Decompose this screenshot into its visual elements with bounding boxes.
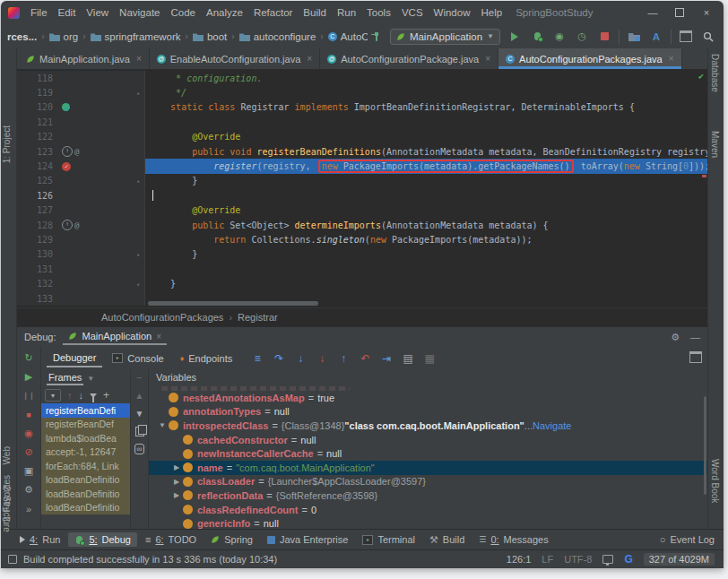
tab-debugger[interactable]: Debugger	[47, 350, 102, 367]
variables-scrollbar[interactable]	[704, 396, 706, 495]
add-icon[interactable]: +	[103, 389, 109, 402]
code-line[interactable]: 125▴ }	[17, 174, 707, 188]
code-line[interactable]: 124✓ register(registry, new PackageImpor…	[17, 159, 707, 173]
close-icon[interactable]: ×	[669, 54, 674, 64]
step-into-icon[interactable]: ↓	[294, 352, 307, 365]
menu-tools[interactable]: Tools	[362, 5, 395, 20]
profiler-button[interactable]: ◷	[574, 29, 590, 45]
variable-row[interactable]: classRedefinedCount=0	[149, 503, 707, 517]
open-project-button[interactable]	[626, 29, 642, 45]
layout-settings-icon[interactable]: ▦	[423, 352, 436, 365]
close-button[interactable]: ×	[695, 4, 718, 21]
fold-marker-icon[interactable]: ▴	[132, 281, 144, 288]
menu-code[interactable]: Code	[166, 5, 200, 20]
close-icon[interactable]: ×	[156, 332, 161, 341]
close-icon[interactable]: ×	[307, 54, 312, 64]
toolwindow-button-maven[interactable]: Maven	[710, 131, 720, 158]
variable-row[interactable]: nestedAnnotationsAsMap=true	[149, 391, 707, 405]
translate-button[interactable]: A	[648, 29, 664, 45]
editor-tab[interactable]: MainApplication.java×	[19, 48, 150, 69]
screen-reader-icon[interactable]	[602, 555, 613, 564]
variable-row[interactable]: ▼introspectedClass={Class@1348} "class c…	[149, 419, 707, 433]
settings-icon[interactable]: ⚙	[22, 483, 36, 497]
filter-frames-icon[interactable]	[90, 393, 97, 398]
thread-dump-icon[interactable]: ▣	[22, 464, 36, 478]
maximize-button[interactable]	[668, 4, 691, 21]
show-referring-objects-icon[interactable]: ∞	[133, 443, 146, 455]
tab-endpoints[interactable]: ♦Endpoints	[174, 350, 239, 367]
variable-row[interactable]: newInstanceCallerCache=null	[149, 446, 707, 461]
restore-layout-icon[interactable]	[689, 351, 702, 363]
breadcrumb-item[interactable]: CAutoConfigurationPackages	[325, 30, 368, 43]
show-execution-point-icon[interactable]: ≡	[251, 352, 264, 365]
fold-marker-icon[interactable]: ▴	[132, 177, 144, 185]
menu-edit[interactable]: Edit	[54, 5, 81, 20]
thread-combo[interactable]: ▼	[45, 389, 61, 402]
stack-frame-item[interactable]: forEach:684, Link	[41, 459, 130, 473]
prev-frame-icon[interactable]: ↑	[67, 390, 73, 401]
code-line[interactable]: 122 @Override	[17, 130, 707, 144]
menu-help[interactable]: Help	[476, 5, 507, 20]
toolwindow-button-web[interactable]: Web	[2, 446, 12, 464]
override-method-icon[interactable]: ↑	[62, 146, 73, 157]
toolwindow-button-terminal[interactable]: ▸Terminal	[356, 532, 421, 547]
code-line[interactable]: 123↑@ public void registerBeanDefinition…	[17, 144, 707, 159]
more-icon[interactable]: »	[22, 502, 36, 515]
variable-row[interactable]: ▶name="com.caq.boot.MainApplication"	[149, 461, 707, 475]
stack-frame-item[interactable]: registerBeanDefi	[41, 403, 130, 418]
copy-stack-icon[interactable]	[133, 425, 146, 437]
code-line[interactable]: 130▴ }	[17, 247, 707, 262]
run-to-cursor-icon[interactable]: ⇥	[380, 352, 393, 365]
event-log-button[interactable]: ○Event Log	[660, 534, 715, 545]
toolwindow-button-todo[interactable]: ≡6: TODO	[139, 532, 203, 547]
variable-row[interactable]: ▶reflectionData={SoftReference@3598}	[149, 488, 707, 503]
variable-row[interactable]	[149, 385, 707, 391]
code-line[interactable]: 132▴ }	[17, 276, 707, 290]
menu-run[interactable]: Run	[333, 5, 360, 20]
stack-frame-item[interactable]: lambda$loadBea	[41, 431, 130, 445]
toolwindow-button-messages[interactable]: ☰0: Messages	[472, 532, 554, 547]
view-breakpoints-icon[interactable]: ◉	[22, 427, 36, 440]
background-tasks-icon[interactable]	[8, 555, 17, 564]
navigate-link[interactable]: Navigate	[533, 420, 571, 431]
menu-analyze[interactable]: Analyze	[202, 5, 247, 20]
google-translate-icon[interactable]: G	[624, 553, 632, 566]
code-line[interactable]: 126	[17, 188, 707, 203]
variable-row[interactable]: annotationTypes=null	[149, 405, 707, 419]
variable-row[interactable]: genericInfo=null	[149, 516, 707, 529]
evaluate-expression-icon[interactable]: ▤	[402, 352, 414, 365]
menu-vcs[interactable]: VCS	[397, 5, 428, 20]
pause-icon[interactable]: ❙❙	[22, 389, 36, 402]
fold-marker-icon[interactable]: ▴	[132, 251, 144, 258]
gutter-class-marker-icon[interactable]	[62, 103, 70, 111]
stack-frame-item[interactable]: loadBeanDefinitio	[41, 501, 130, 515]
stack-frame-item[interactable]: registerBeanDef	[41, 418, 130, 432]
encoding-indicator[interactable]: UTF-8	[564, 554, 592, 565]
toolwindow-button-structure[interactable]: 2: Structure	[2, 486, 12, 532]
toolwindow-button-build[interactable]: ⚒Build	[423, 532, 471, 548]
debug-session-tab[interactable]: MainApplication ×	[63, 329, 167, 345]
toolwindow-button-debug[interactable]: 5: Debug	[68, 532, 137, 547]
threads-dropdown-icon[interactable]: ▼	[87, 375, 94, 383]
stop-icon[interactable]: ■	[22, 408, 36, 421]
tree-toggle-icon[interactable]: ▶	[170, 463, 183, 471]
toolwindow-button-java-enterprise[interactable]: Java Enterprise	[261, 532, 354, 547]
resume-icon[interactable]: ▶	[22, 370, 36, 384]
breadcrumb-item[interactable]: autoconfigure	[237, 30, 319, 43]
memory-indicator[interactable]: 327 of 4029M	[644, 553, 715, 566]
breadcrumb-member[interactable]: Registrar	[238, 312, 278, 323]
stop-button[interactable]	[596, 29, 612, 45]
tab-frames[interactable]: Frames	[47, 371, 83, 385]
code-line[interactable]: 129 return Collections.singleton(new Pac…	[17, 232, 707, 246]
tree-toggle-icon[interactable]: ▶	[170, 491, 183, 499]
menu-view[interactable]: View	[82, 5, 113, 20]
menu-file[interactable]: File	[26, 5, 52, 20]
tree-toggle-icon[interactable]: ▼	[156, 421, 169, 429]
collapse-icon[interactable]: −	[133, 371, 146, 384]
run-configuration-select[interactable]: MainApplication ▼	[390, 29, 500, 45]
details-view-button[interactable]	[678, 29, 694, 45]
rerun-icon[interactable]: ↻	[22, 351, 36, 365]
toolwindow-button-run[interactable]: 4: Run	[13, 532, 66, 547]
editor-tab[interactable]: @EnableAutoConfiguration.java×	[150, 48, 320, 69]
toolwindow-button-project[interactable]: 1: Project	[2, 125, 12, 163]
